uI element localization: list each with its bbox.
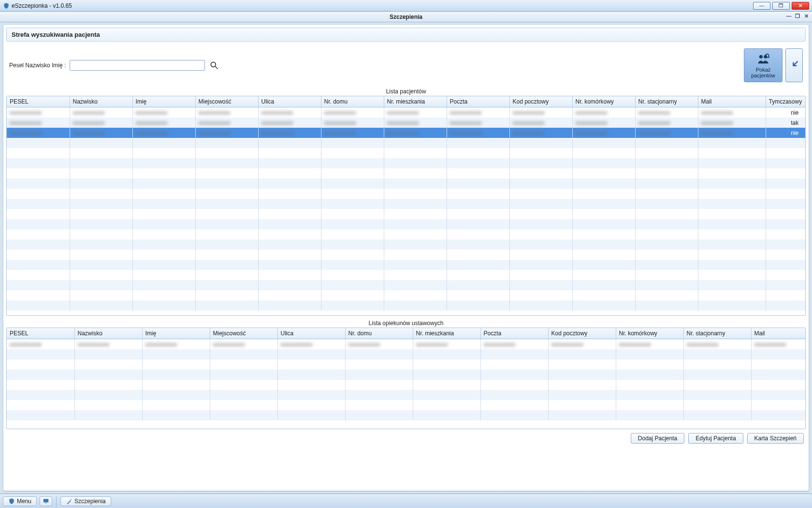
col-1[interactable]: Nazwisko bbox=[70, 96, 132, 107]
show-patients-button[interactable]: Pokaż pacjentów bbox=[744, 48, 783, 82]
table-row[interactable] bbox=[7, 270, 805, 280]
col-11[interactable]: Mail bbox=[751, 328, 806, 339]
col-5[interactable]: Nr. domu bbox=[345, 328, 413, 339]
syringe-icon bbox=[66, 498, 72, 505]
edit-patient-button[interactable]: Edytuj Pacjenta bbox=[688, 433, 743, 444]
maximize-button[interactable]: 🗖 bbox=[772, 2, 790, 10]
col-0[interactable]: PESEL bbox=[7, 328, 74, 339]
desktop-icon bbox=[42, 498, 50, 505]
app-shield-icon bbox=[3, 2, 10, 9]
col-2[interactable]: Imię bbox=[132, 96, 195, 107]
table-row[interactable] bbox=[7, 189, 805, 199]
table-row[interactable] bbox=[7, 370, 805, 380]
col-1[interactable]: Nazwisko bbox=[74, 328, 142, 339]
patients-grid: PESELNazwiskoImięMiejscowośćUlicaNr. dom… bbox=[6, 96, 806, 316]
close-button[interactable]: ✕ bbox=[792, 2, 809, 10]
subwindow-titlebar: Szczepienia — ❐ ✕ bbox=[0, 12, 812, 22]
col-4[interactable]: Ulica bbox=[277, 328, 345, 339]
table-row[interactable] bbox=[7, 148, 805, 158]
guardians-grid-body[interactable]: xxxxxxxxxxxxxxxxxxxxxxxxxxxxxxxxxxxxxxxx… bbox=[7, 339, 805, 420]
table-row[interactable] bbox=[7, 239, 805, 250]
vaccination-card-button[interactable]: Karta Szczepień bbox=[747, 433, 804, 444]
col-9[interactable]: Nr. komórkowy bbox=[572, 96, 635, 107]
table-row[interactable] bbox=[7, 260, 805, 270]
window-titlebar: eSzczepionka - v1.0.65 — 🗖 ✕ bbox=[0, 0, 812, 12]
table-row[interactable]: xxxxxxxxxxxxxxxxxxxxxxxxxxxxxxxxxxxxxxxx… bbox=[7, 118, 805, 128]
patients-list-title: Lista pacjentów bbox=[6, 86, 806, 96]
col-3[interactable]: Miejscowość bbox=[210, 328, 277, 339]
table-row[interactable] bbox=[7, 380, 805, 390]
col-6[interactable]: Nr. mieszkania bbox=[384, 96, 447, 107]
bottom-buttons: Dodaj Pacjenta Edytuj Pacjenta Karta Szc… bbox=[6, 429, 806, 444]
shield-small-icon bbox=[8, 498, 15, 505]
table-row[interactable] bbox=[7, 199, 805, 209]
taskbar-tab-label: Szczepienia bbox=[74, 498, 106, 505]
table-row[interactable] bbox=[7, 349, 805, 359]
show-patients-label-2: pacjentów bbox=[751, 73, 775, 78]
col-2[interactable]: Imię bbox=[142, 328, 210, 339]
taskbar: Menu Szczepienia bbox=[0, 493, 812, 508]
main-panel: Strefa wyszukiwania pacjenta Pesel Nazwi… bbox=[3, 24, 809, 491]
table-row[interactable] bbox=[7, 359, 805, 370]
patients-grid-body[interactable]: xxxxxxxxxxxxxxxxxxxxxxxxxxxxxxxxxxxxxxxx… bbox=[7, 107, 805, 311]
table-row[interactable] bbox=[7, 390, 805, 400]
search-icon[interactable] bbox=[209, 60, 219, 71]
taskbar-separator bbox=[56, 496, 57, 507]
svg-point-2 bbox=[759, 55, 763, 59]
people-icon bbox=[756, 52, 770, 66]
svg-rect-6 bbox=[44, 499, 49, 502]
col-5[interactable]: Nr. domu bbox=[321, 96, 384, 107]
taskbar-menu-button[interactable]: Menu bbox=[3, 496, 37, 506]
arrow-collapse-icon bbox=[789, 60, 799, 70]
table-row[interactable]: xxxxxxxxxxxxxxxxxxxxxxxxxxxxxxxxxxxxxxxx… bbox=[7, 339, 805, 349]
col-7[interactable]: Poczta bbox=[447, 96, 509, 107]
table-row[interactable] bbox=[7, 209, 805, 219]
minimize-button[interactable]: — bbox=[753, 2, 770, 10]
sub-close-button[interactable]: ✕ bbox=[802, 13, 810, 19]
table-row[interactable] bbox=[7, 280, 805, 290]
col-10[interactable]: Nr. stacjonarny bbox=[635, 96, 698, 107]
col-10[interactable]: Nr. stacjonarny bbox=[683, 328, 751, 339]
section-header: Strefa wyszukiwania pacjenta bbox=[6, 28, 806, 42]
patients-grid-header: PESELNazwiskoImięMiejscowośćUlicaNr. dom… bbox=[7, 96, 806, 107]
col-4[interactable]: Ulica bbox=[258, 96, 321, 107]
table-row[interactable] bbox=[7, 410, 805, 420]
table-row[interactable]: xxxxxxxxxxxxxxxxxxxxxxxxxxxxxxxxxxxxxxxx… bbox=[7, 128, 805, 138]
table-row[interactable] bbox=[7, 300, 805, 311]
add-patient-button[interactable]: Dodaj Pacjenta bbox=[631, 433, 684, 444]
table-row[interactable] bbox=[7, 179, 805, 189]
search-row: Pesel Nazwisko Imię : Pokaż pacjentów bbox=[6, 42, 806, 86]
sub-restore-button[interactable]: ❐ bbox=[794, 13, 801, 19]
col-6[interactable]: Nr. mieszkania bbox=[413, 328, 480, 339]
col-0[interactable]: PESEL bbox=[7, 96, 70, 107]
col-8[interactable]: Kod pocztowy bbox=[509, 96, 572, 107]
search-input[interactable] bbox=[70, 60, 205, 71]
col-11[interactable]: Mail bbox=[698, 96, 766, 107]
col-3[interactable]: Miejscowość bbox=[195, 96, 258, 107]
guardians-grid: PESELNazwiskoImięMiejscowośćUlicaNr. dom… bbox=[6, 328, 806, 429]
table-row[interactable] bbox=[7, 219, 805, 229]
table-row[interactable] bbox=[7, 229, 805, 239]
table-row[interactable]: xxxxxxxxxxxxxxxxxxxxxxxxxxxxxxxxxxxxxxxx… bbox=[7, 107, 805, 118]
collapse-button[interactable] bbox=[785, 48, 803, 82]
col-12[interactable]: Tymczasowy bbox=[766, 96, 806, 107]
table-row[interactable] bbox=[7, 290, 805, 300]
window-title: eSzczepionka - v1.0.65 bbox=[12, 2, 72, 9]
section-title: Strefa wyszukiwania pacjenta bbox=[12, 31, 100, 38]
col-8[interactable]: Kod pocztowy bbox=[548, 328, 616, 339]
sub-minimize-button[interactable]: — bbox=[785, 13, 793, 19]
col-7[interactable]: Poczta bbox=[480, 328, 548, 339]
subwindow-title: Szczepienia bbox=[390, 14, 422, 20]
table-row[interactable] bbox=[7, 138, 805, 148]
guardians-grid-header: PESELNazwiskoImięMiejscowośćUlicaNr. dom… bbox=[7, 328, 806, 339]
svg-rect-7 bbox=[45, 502, 47, 503]
table-row[interactable] bbox=[7, 168, 805, 179]
table-row[interactable] bbox=[7, 158, 805, 168]
taskbar-tab-szczepienia[interactable]: Szczepienia bbox=[60, 496, 111, 506]
table-row[interactable] bbox=[7, 250, 805, 260]
search-label: Pesel Nazwisko Imię : bbox=[9, 62, 66, 69]
table-row[interactable] bbox=[7, 400, 805, 410]
taskbar-desktop-button[interactable] bbox=[40, 496, 52, 506]
col-9[interactable]: Nr. komórkowy bbox=[616, 328, 683, 339]
taskbar-menu-label: Menu bbox=[17, 498, 31, 505]
